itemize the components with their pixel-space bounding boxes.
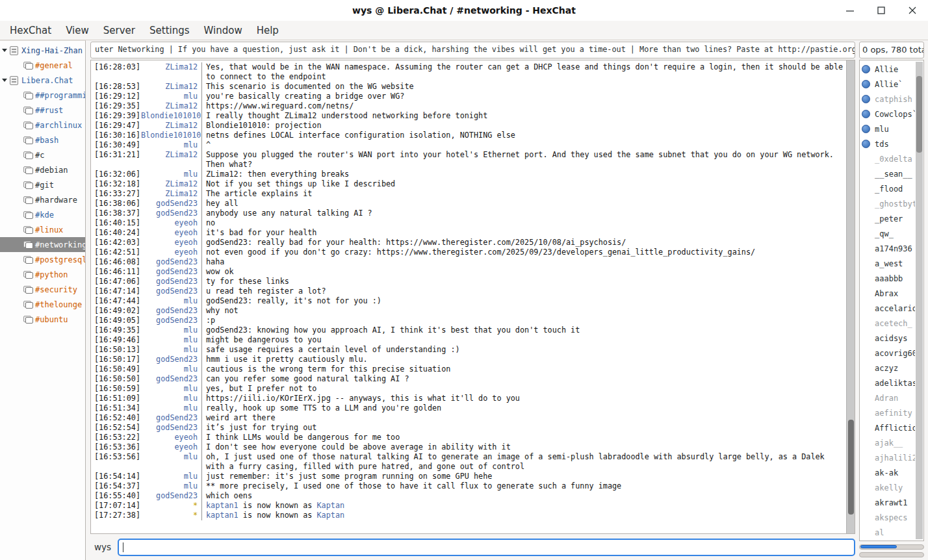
nick-label[interactable]: ZLima12 [141, 62, 201, 82]
userlist-scrollbar[interactable] [916, 62, 923, 539]
nick-label[interactable]: ZLima12 [141, 179, 201, 189]
nick-label[interactable]: ZLima12 [141, 150, 201, 170]
nick-label[interactable]: mlu [141, 394, 201, 403]
nick-label[interactable]: mlu [141, 170, 201, 179]
user-list-item[interactable]: al [862, 525, 915, 540]
tree-server-xing-hai-zhan[interactable]: Xing-Hai-Zhan [0, 43, 85, 58]
user-list-item[interactable]: tds [862, 136, 915, 151]
menu-item-hexchat[interactable]: HexChat [3, 22, 58, 39]
user-list-item[interactable]: ajhalili2 [862, 450, 915, 465]
nick-label[interactable]: mlu [141, 325, 201, 335]
user-list-item[interactable]: aaabbb [862, 271, 915, 286]
nick-label[interactable]: mlu [141, 452, 201, 472]
nick-label[interactable]: godSend23 [141, 316, 201, 325]
topic-input[interactable]: uter Networking | If you have a question… [90, 42, 855, 58]
nick-label[interactable]: godSend23 [141, 209, 201, 218]
nick-label[interactable]: eyeoh [141, 248, 201, 257]
user-list-item[interactable]: _0xdelta [862, 151, 915, 166]
maximize-icon[interactable] [875, 4, 888, 17]
user-list-item[interactable]: Cowclops` [862, 107, 915, 121]
nick-label[interactable]: ZLima12 [141, 189, 201, 199]
tree-channel--thelounge[interactable]: #thelounge [0, 297, 85, 312]
nick-label[interactable]: eyeoh [141, 442, 201, 452]
nick-label[interactable]: ZLima12 [141, 82, 201, 92]
tree-channel--rust[interactable]: ##rust [0, 103, 85, 118]
menu-item-help[interactable]: Help [250, 22, 286, 39]
nick-label[interactable]: godSend23 [141, 491, 201, 501]
tree-channel--linux[interactable]: #linux [0, 222, 85, 237]
tree-channel--networking[interactable]: #networking [0, 237, 85, 252]
user-list-item[interactable]: acidsys [862, 331, 915, 346]
user-list-item[interactable]: _ghostbyt [862, 196, 915, 211]
userlist-scrollbar-thumb[interactable] [916, 76, 922, 153]
user-list-item[interactable]: akrawt1 [862, 495, 915, 510]
tree-channel--python[interactable]: #python [0, 267, 85, 282]
user-list-item[interactable]: Adran [862, 390, 915, 405]
close-icon[interactable] [906, 4, 919, 17]
user-list-item[interactable]: adeliktas [862, 375, 915, 390]
minimize-icon[interactable] [844, 4, 857, 17]
menu-item-window[interactable]: Window [197, 22, 250, 39]
chat-scrollbar[interactable] [846, 60, 855, 533]
user-list-item[interactable]: aczyz [862, 361, 915, 375]
tree-channel--security[interactable]: #security [0, 282, 85, 297]
nick-label[interactable]: mlu [141, 472, 201, 481]
user-list-item[interactable]: akspecs [862, 510, 915, 525]
tree-channel--general[interactable]: #general [0, 58, 85, 73]
nick-label[interactable]: godSend23 [141, 257, 201, 267]
user-list-item[interactable]: a174n936 [862, 241, 915, 256]
nick-label[interactable]: mlu [141, 140, 201, 150]
nick-label[interactable]: godSend23 [141, 355, 201, 364]
nick-label[interactable]: eyeoh [141, 238, 201, 248]
expander-icon[interactable] [2, 79, 7, 82]
user-list-item[interactable]: ajak__ [862, 435, 915, 450]
tree-channel--git[interactable]: #git [0, 177, 85, 192]
tree-channel--archlinux[interactable]: #archlinux [0, 118, 85, 133]
nick-label[interactable]: godSend23 [141, 413, 201, 423]
message-input[interactable] [118, 539, 855, 556]
nick-label[interactable]: godSend23 [141, 306, 201, 316]
nick-label[interactable]: mlu [141, 92, 201, 101]
menu-item-settings[interactable]: Settings [142, 22, 197, 39]
user-list-item[interactable]: ak-ak [862, 465, 915, 480]
nick-label[interactable]: godSend23 [141, 374, 201, 384]
nick-label[interactable]: mlu [141, 364, 201, 374]
nick-label[interactable]: mlu [141, 384, 201, 394]
chat-scrollbar-thumb[interactable] [848, 420, 854, 515]
nick-label[interactable]: godSend23 [141, 277, 201, 286]
user-list-item[interactable]: mlu [862, 121, 915, 136]
user-list-item[interactable]: _flood [862, 181, 915, 196]
nick-label[interactable]: eyeoh [141, 433, 201, 442]
menu-item-view[interactable]: View [58, 22, 96, 39]
user-list-item[interactable]: accelario [862, 301, 915, 316]
menu-item-server[interactable]: Server [96, 22, 142, 39]
user-list-item[interactable]: Allie` [862, 77, 915, 92]
nick-label[interactable]: godSend23 [141, 267, 201, 277]
tree-channel--postgresql[interactable]: #postgresql [0, 252, 85, 267]
nick-label[interactable]: mlu [141, 481, 201, 491]
tree-channel--debian[interactable]: #debian [0, 162, 85, 177]
nick-label[interactable]: Blondie101010 [141, 131, 201, 140]
user-list-item[interactable]: acovrig60 [862, 346, 915, 361]
user-list-item[interactable]: _peter [862, 211, 915, 226]
tree-channel--ubuntu[interactable]: #ubuntu [0, 312, 85, 327]
user-list-item[interactable]: _qw_ [862, 226, 915, 241]
nick-label[interactable]: ZLima12 [141, 101, 201, 111]
user-list-item[interactable]: a_west [862, 256, 915, 271]
user-list-item[interactable]: Afflictio [862, 420, 915, 435]
expander-icon[interactable] [2, 49, 7, 52]
tree-channel--c[interactable]: #c [0, 147, 85, 162]
user-list-item[interactable]: akelly [862, 480, 915, 495]
tree-channel--kde[interactable]: #kde [0, 207, 85, 222]
nick-label[interactable]: mlu [141, 335, 201, 345]
nick-label[interactable]: Blondie101010 [141, 111, 201, 121]
user-list-item[interactable]: Allie [862, 62, 915, 77]
user-list-item[interactable]: aefinity [862, 405, 915, 420]
nick-label[interactable]: godSend23 [141, 423, 201, 433]
nick-label[interactable]: eyeoh [141, 218, 201, 228]
tree-channel--hardware[interactable]: #hardware [0, 192, 85, 207]
nick-label[interactable]: ZLima12 [141, 121, 201, 131]
user-list-item[interactable]: Abrax [862, 286, 915, 301]
nick-label[interactable]: godSend23 [141, 199, 201, 209]
nick-label[interactable]: eyeoh [141, 228, 201, 238]
